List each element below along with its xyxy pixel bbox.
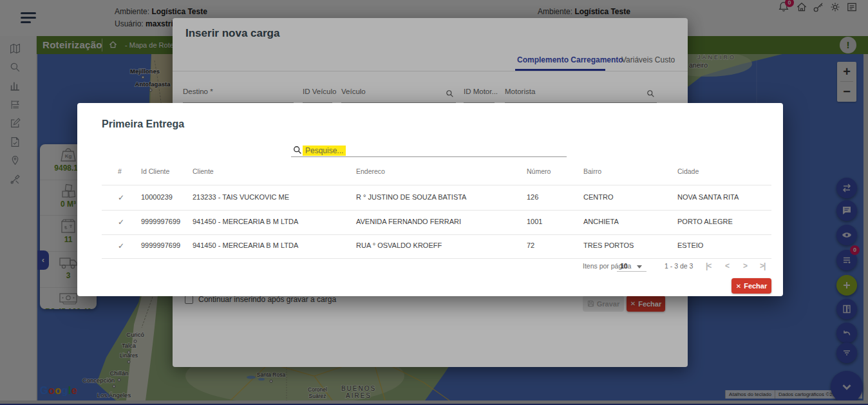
delivery-close-label: Fechar: [744, 282, 767, 290]
first-page-icon[interactable]: |<: [706, 261, 711, 270]
col-header-bairro[interactable]: Bairro: [583, 167, 601, 175]
row3-check-icon[interactable]: [118, 241, 124, 250]
col-header-check[interactable]: #: [118, 167, 122, 175]
table-divider: [102, 185, 771, 185]
row3-id-cliente: 9999997699: [141, 241, 180, 249]
row1-cidade: NOVA SANTA RITA: [677, 193, 739, 201]
table-divider: [102, 258, 771, 259]
last-page-icon[interactable]: >|: [760, 261, 765, 270]
row1-check-icon[interactable]: [118, 193, 124, 202]
row2-check-icon[interactable]: [118, 218, 124, 227]
search-input[interactable]: Pesquise...: [303, 146, 346, 156]
row1-cliente: 213233 - TAIS VUCKOVIC ME: [193, 193, 289, 201]
row1-bairro: CENTRO: [583, 193, 613, 201]
delivery-modal-title: Primeira Entrega: [102, 118, 184, 130]
row3-numero: 72: [527, 241, 534, 249]
row2-bairro: ANCHIETA: [583, 218, 619, 225]
row3-cliente: 941450 - MERCEARIA B M LTDA: [193, 241, 298, 249]
row1-endereco: R ° JUSTINO DE SOUZA BATISTA: [356, 193, 466, 201]
page-range-label: 1 - 3 de 3: [665, 262, 693, 270]
delivery-close-button[interactable]: ✕ Fechar: [731, 278, 771, 294]
page-size-underline: [617, 271, 646, 272]
next-page-icon[interactable]: >: [743, 261, 747, 270]
delivery-close-x-icon: ✕: [736, 283, 741, 290]
row1-id-cliente: 10000239: [141, 193, 173, 201]
row2-cliente: 941450 - MERCEARIA B M LTDA: [193, 218, 298, 225]
row2-numero: 1001: [527, 218, 542, 225]
table-divider: [102, 210, 771, 211]
row3-endereco: RUA ° OSVALDO KROEFF: [356, 241, 442, 249]
col-header-endereco[interactable]: Endereco: [356, 167, 385, 175]
row1-numero: 126: [527, 193, 538, 201]
row3-cidade: ESTEIO: [677, 241, 703, 249]
search-underline: [291, 156, 567, 157]
first-delivery-modal: Primeira Entrega Pesquise... # Id Client…: [77, 103, 783, 296]
page-size-caret-icon: [637, 265, 642, 268]
row2-endereco: AVENIDA FERNANDO FERRARI: [356, 218, 461, 225]
search-icon: [293, 146, 302, 157]
col-header-id-cliente[interactable]: Id Cliente: [141, 167, 169, 175]
col-header-numero[interactable]: Número: [527, 167, 551, 175]
app-screen: Ambiente: Logística Teste Usuário: maxst…: [0, 0, 868, 405]
row2-cidade: PORTO ALEGRE: [677, 218, 733, 225]
prev-page-icon[interactable]: <: [725, 261, 729, 270]
col-header-cliente[interactable]: Cliente: [193, 167, 214, 175]
table-divider: [102, 234, 771, 235]
page-size-select[interactable]: 10: [620, 262, 628, 270]
row2-id-cliente: 9999997699: [141, 218, 180, 225]
col-header-cidade[interactable]: Cidade: [677, 167, 699, 175]
row3-bairro: TRES PORTOS: [583, 241, 634, 249]
